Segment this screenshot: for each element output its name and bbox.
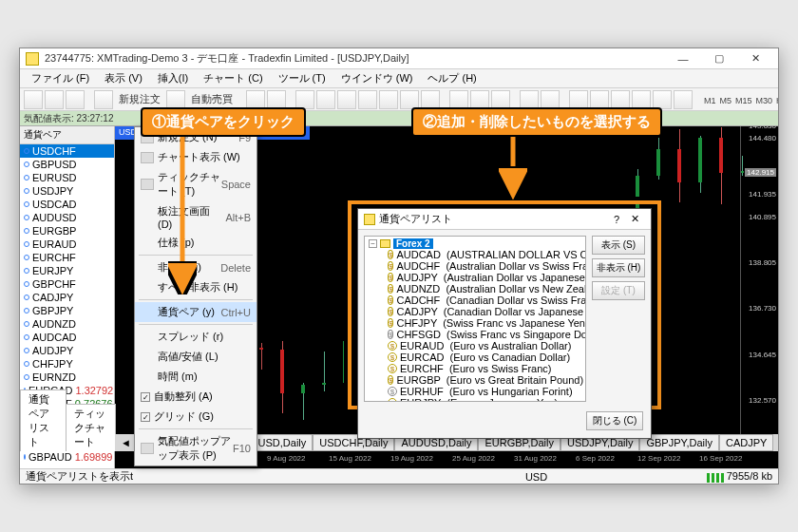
- context-menu-item[interactable]: 時間 (m): [135, 367, 256, 387]
- x-tick: 25 Aug 2022: [452, 454, 495, 463]
- fibo-icon[interactable]: [379, 90, 398, 109]
- menu-item[interactable]: チャート (C): [196, 69, 270, 87]
- line-chart-icon[interactable]: [491, 90, 510, 109]
- new-order-button[interactable]: 新規注文: [115, 92, 164, 106]
- cursor-icon[interactable]: [246, 90, 265, 109]
- symbol-row[interactable]: AUDNZD: [20, 317, 114, 331]
- timeframe-button[interactable]: M5: [718, 96, 734, 105]
- minimize-button[interactable]: —: [666, 50, 700, 67]
- menu-item[interactable]: 挿入(I): [150, 69, 196, 87]
- tree-item[interactable]: $AUDNZD (Australian Dollar vs New Zealan…: [367, 283, 583, 294]
- vline-icon[interactable]: [295, 90, 314, 109]
- template-icon[interactable]: [674, 90, 693, 109]
- symbol-row[interactable]: USDJPY: [20, 184, 114, 198]
- symbol-row[interactable]: GBPCHF: [20, 277, 114, 291]
- currency-icon: $: [388, 261, 393, 271]
- zoom-out-icon[interactable]: [541, 90, 560, 109]
- close-button[interactable]: ✕: [738, 50, 772, 67]
- symbol-row[interactable]: EURJPY: [20, 264, 114, 277]
- currency-icon: $: [388, 352, 397, 362]
- timeframe-button[interactable]: M1: [702, 96, 718, 105]
- timeframe-button[interactable]: H1: [774, 96, 778, 105]
- context-menu-item[interactable]: 気配値ポップアップ表示 (P)F10: [135, 431, 256, 466]
- dialog-icon: [364, 214, 375, 225]
- tree-item[interactable]: $EURCHF (Euro vs Swiss Franc): [367, 363, 583, 374]
- mw-tab[interactable]: 通貨ペアリスト: [20, 390, 66, 451]
- tree-item[interactable]: $AUDCHF (Australian Dollar vs Swiss Fran…: [367, 260, 583, 272]
- symbol-row[interactable]: CHFJPY: [20, 357, 114, 370]
- tree-item[interactable]: $EURCAD (Euro vs Canadian Dollar): [367, 352, 583, 363]
- hline-icon[interactable]: [316, 90, 335, 109]
- tree-item[interactable]: $AUDJPY (Australian Dollar vs Japanese Y…: [367, 272, 583, 283]
- context-menu-item[interactable]: 通貨ペア (y)Ctrl+U: [135, 302, 256, 322]
- tree-root[interactable]: −Forex 2: [367, 238, 583, 249]
- channel-icon[interactable]: [358, 90, 377, 109]
- symbol-row[interactable]: GBPJPY: [20, 304, 114, 317]
- mw-tab[interactable]: ティックチャート: [66, 404, 116, 451]
- symbol-row[interactable]: EURAUD: [20, 238, 114, 251]
- menu-item[interactable]: 表示 (V): [97, 69, 150, 87]
- symbol-row[interactable]: EURNZD: [20, 370, 114, 384]
- bar-chart-icon[interactable]: [449, 90, 468, 109]
- zoom-in-icon[interactable]: [520, 90, 539, 109]
- symbol-row[interactable]: EURGBP: [20, 224, 114, 238]
- menu-item[interactable]: ウインドウ (W): [333, 69, 421, 87]
- symbol-row[interactable]: GBPUSD: [20, 158, 114, 171]
- tool-icon[interactable]: [94, 90, 113, 109]
- tree-item[interactable]: $EURJPY (Euro vs Japanese Yen): [367, 397, 583, 402]
- candle-chart-icon[interactable]: [470, 90, 489, 109]
- tree-item[interactable]: $EURHUF (Euro vs Hungarian Forint): [367, 386, 583, 397]
- symbol-row[interactable]: USDCHF: [20, 144, 114, 158]
- symbol-row[interactable]: AUDCAD: [20, 331, 114, 344]
- symbol-row[interactable]: GBPAUD1.69899 1.69970: [20, 450, 114, 464]
- tree-item[interactable]: $CADJPY (Canadian Dollar vs Japanese Yen…: [367, 306, 583, 317]
- scroll-icon[interactable]: [611, 90, 630, 109]
- properties-button[interactable]: 設定 (T): [592, 281, 645, 300]
- trendline-icon[interactable]: [337, 90, 356, 109]
- symbol-row[interactable]: AUDUSD: [20, 211, 114, 224]
- timeframe-button[interactable]: M15: [733, 96, 754, 105]
- tool-icon[interactable]: [45, 90, 64, 109]
- tile-icon[interactable]: [569, 90, 588, 109]
- show-button[interactable]: 表示 (S): [592, 236, 645, 255]
- collapse-icon[interactable]: −: [369, 239, 377, 248]
- menu-item[interactable]: ツール (T): [271, 69, 333, 87]
- close-dialog-button[interactable]: 閉じる (C): [586, 411, 643, 430]
- context-menu-item[interactable]: ✓グリッド (G): [135, 407, 256, 427]
- symbol-row[interactable]: EURCHF: [20, 251, 114, 264]
- symbol-row[interactable]: CADJPY: [20, 291, 114, 304]
- context-menu-item[interactable]: 高値/安値 (L): [135, 347, 256, 367]
- tree-item[interactable]: $AUDCAD (AUSTRALIAN DOLLAR VS CANADIAN D…: [367, 249, 583, 260]
- tree-item[interactable]: $CHFJPY (Swiss Franc vs Japanese Yen): [367, 317, 583, 329]
- indicator-icon[interactable]: [632, 90, 651, 109]
- symbol-row[interactable]: USDCAD: [20, 198, 114, 211]
- tree-item[interactable]: $EURAUD (Euro vs Australian Dollar): [367, 340, 583, 352]
- period-icon[interactable]: [653, 90, 672, 109]
- tree-item[interactable]: $CHFSGD (Swiss Franc vs Singapore Dollar…: [367, 329, 583, 340]
- help-button[interactable]: ?: [608, 214, 625, 225]
- context-menu-item[interactable]: ✓自動整列 (A): [135, 387, 256, 407]
- tool-icon[interactable]: [24, 90, 43, 109]
- menu-item[interactable]: ファイル (F): [24, 69, 97, 87]
- hide-button[interactable]: 非表示 (H): [592, 258, 645, 277]
- tree-item[interactable]: $CADCHF (Canadian Dollar vs Swiss Franc): [367, 294, 583, 306]
- timeframe-button[interactable]: M30: [754, 96, 775, 105]
- arrow-icon[interactable]: [421, 90, 440, 109]
- context-menu-item[interactable]: スプレッド (r): [135, 327, 256, 347]
- auto-trade-button[interactable]: 自動売買: [187, 92, 237, 106]
- tool-icon[interactable]: [166, 90, 185, 109]
- dialog-close-button[interactable]: ✕: [625, 213, 645, 225]
- tree-item[interactable]: $EURGBP (Euro vs Great Britain Pound): [367, 374, 583, 386]
- candle: [656, 138, 660, 180]
- crosshair-icon[interactable]: [267, 90, 286, 109]
- symbol-row[interactable]: EURUSD: [20, 171, 114, 184]
- maximize-button[interactable]: ▢: [702, 50, 736, 67]
- chart-tab[interactable]: CADJPY: [719, 434, 773, 451]
- tool-icon[interactable]: [66, 90, 85, 109]
- symbol-row[interactable]: AUDJPY: [20, 344, 114, 357]
- menu-item[interactable]: ヘルプ (H): [420, 69, 484, 87]
- shift-icon[interactable]: [590, 90, 609, 109]
- text-icon[interactable]: [400, 90, 419, 109]
- symbol-tree[interactable]: −Forex 2$AUDCAD (AUSTRALIAN DOLLAR VS CA…: [364, 236, 586, 402]
- dialog-title: 通貨ペアリスト: [379, 212, 608, 226]
